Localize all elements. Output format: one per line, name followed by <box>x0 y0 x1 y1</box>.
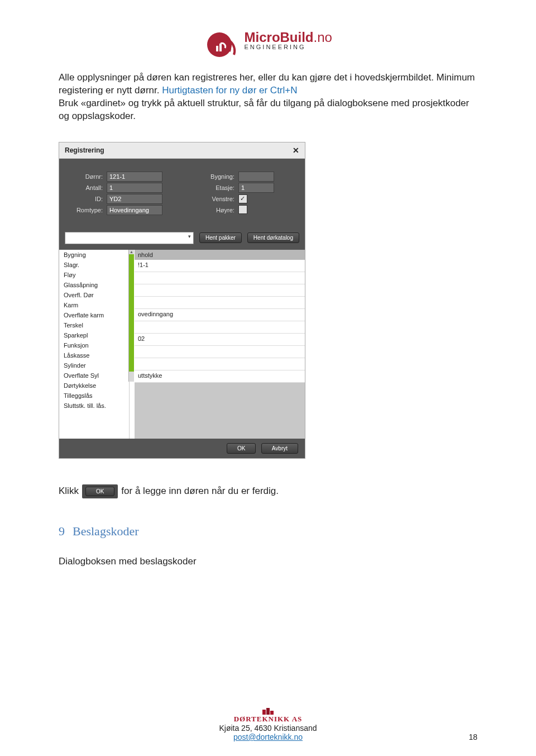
list-item[interactable]: Fløy <box>59 270 129 280</box>
list-item[interactable]: Glassåpning <box>59 280 129 290</box>
inline-ok-button[interactable]: OK <box>85 487 114 496</box>
section-number: 9 <box>59 524 65 538</box>
grid-row[interactable] <box>135 284 305 297</box>
logo-tld: .no <box>314 30 332 45</box>
paragraph-usage: Bruk «gardinet» og trykk på aktuell stru… <box>59 97 477 123</box>
etasje-label: Etasje: <box>198 182 238 193</box>
registration-dialog: Registrering ✕ Dørnr: Bygning: Antall: E… <box>59 142 305 459</box>
building-icon <box>262 707 274 715</box>
header-logo: MicroBuild.no ENGINEERING <box>59 22 477 57</box>
paragraph-beslagskoder: Dialogboksen med beslagskoder <box>59 555 477 568</box>
antall-input[interactable] <box>107 183 162 193</box>
dialog-titlebar: Registrering ✕ <box>59 142 305 159</box>
footer-logo: DØRTEKNIKK AS <box>0 706 536 724</box>
section-heading: 9Beslagskoder <box>59 524 477 539</box>
paragraph-intro: Alle opplysninger på døren kan registrer… <box>59 72 477 97</box>
list-item[interactable]: Sluttstk. till. lås. <box>59 401 129 411</box>
id-input[interactable] <box>107 194 162 204</box>
id-label: ID: <box>67 193 106 205</box>
content-grid: nhold !1-1 ovedinngang 02 uttstykke <box>135 250 305 439</box>
list-item[interactable]: Overflate karm <box>59 310 129 320</box>
grid-row[interactable] <box>135 358 305 370</box>
dornr-input[interactable] <box>107 172 162 182</box>
svg-rect-4 <box>266 708 270 715</box>
list-item[interactable]: Karm <box>59 300 129 310</box>
ok-button[interactable]: OK <box>227 443 256 454</box>
chevron-down-icon: ▾ <box>188 234 191 239</box>
grid-row[interactable]: ovedinngang <box>135 309 305 321</box>
footer-address: Kjøita 25, 4630 Kristiansand <box>0 724 536 733</box>
dialog-form: Dørnr: Bygning: Antall: Etasje: ID: Vens… <box>59 159 305 229</box>
list-item[interactable]: Slagr. <box>59 260 129 270</box>
bygning-input[interactable] <box>238 172 274 182</box>
page-footer: DØRTEKNIKK AS Kjøita 25, 4630 Kristiansa… <box>0 706 536 741</box>
venstre-label: Venstre: <box>198 193 238 205</box>
klikk-before: Klikk <box>59 486 79 497</box>
svg-rect-3 <box>262 710 266 715</box>
romtype-label: Romtype: <box>67 205 106 216</box>
grid-row[interactable]: !1-1 <box>135 260 305 272</box>
logo-brand: MicroBuild <box>245 30 314 45</box>
page-number: 18 <box>468 733 477 741</box>
grid-row[interactable] <box>135 272 305 284</box>
footer-company: DØRTEKNIKK AS <box>0 715 536 724</box>
venstre-checkbox[interactable]: ✓ <box>238 194 247 203</box>
scroll-up-icon[interactable]: ▲ <box>129 250 134 254</box>
klikk-after: for å legge inn døren når du er ferdig. <box>121 486 279 497</box>
grid-row[interactable] <box>135 346 305 358</box>
romtype-input[interactable] <box>107 205 162 215</box>
list-item[interactable]: Funksjon <box>59 340 129 350</box>
hent-dorkatalog-button[interactable]: Hent dørkatalog <box>247 232 299 243</box>
etasje-input[interactable] <box>238 183 274 193</box>
shortcut-text: Hurtigtasten for ny dør er Ctrl+N <box>162 85 297 96</box>
list-item[interactable]: Overfl. Dør <box>59 290 129 300</box>
hoyre-checkbox[interactable] <box>238 205 247 214</box>
svg-rect-1 <box>216 46 218 51</box>
list-item[interactable]: Terskel <box>59 320 129 330</box>
wifi-building-icon <box>204 22 238 57</box>
dialog-footer: OK Avbryt <box>59 439 305 458</box>
grid-row[interactable] <box>135 321 305 334</box>
svg-rect-5 <box>270 711 274 715</box>
list-item[interactable]: Låskasse <box>59 350 129 360</box>
klikk-instruction: Klikk OK for å legge inn døren når du er… <box>59 484 477 498</box>
svg-rect-2 <box>219 44 222 51</box>
footer-email-link[interactable]: post@dorteknikk.no <box>233 733 303 741</box>
scroll-thumb[interactable] <box>129 254 134 372</box>
structure-dropdown[interactable]: ▾ <box>65 232 194 244</box>
structure-list[interactable]: Bygning Slagr. Fløy Glassåpning Overfl. … <box>59 250 130 439</box>
grid-empty-area <box>135 383 305 439</box>
grid-header: nhold <box>135 250 305 260</box>
cancel-button[interactable]: Avbryt <box>261 443 298 454</box>
scrollbar[interactable]: ▲ <box>128 250 134 382</box>
dialog-toolbar: ▾ Hent pakker Hent dørkatalog <box>59 229 305 250</box>
grid-row[interactable] <box>135 297 305 309</box>
inline-ok-wrapper: OK <box>82 484 118 498</box>
close-icon[interactable]: ✕ <box>293 146 299 155</box>
grid-row[interactable]: 02 <box>135 334 305 346</box>
hent-pakker-button[interactable]: Hent pakker <box>199 232 242 243</box>
hoyre-label: Høyre: <box>198 205 238 216</box>
section-title: Beslagskoder <box>73 524 139 538</box>
list-item[interactable]: Overflate Syl <box>59 370 129 381</box>
dialog-title: Registrering <box>65 146 104 154</box>
list-item[interactable]: Sylinder <box>59 360 129 370</box>
grid-row[interactable]: uttstykke <box>135 370 305 383</box>
bygning-label: Bygning: <box>198 171 238 182</box>
list-item[interactable]: Tilleggslås <box>59 391 129 401</box>
list-item[interactable]: Sparkepl <box>59 330 129 340</box>
dornr-label: Dørnr: <box>67 171 106 182</box>
dialog-body: Bygning Slagr. Fløy Glassåpning Overfl. … <box>59 250 305 439</box>
antall-label: Antall: <box>67 182 106 193</box>
list-item[interactable]: Bygning <box>59 250 129 260</box>
list-item[interactable]: Dørtykkelse <box>59 381 129 391</box>
